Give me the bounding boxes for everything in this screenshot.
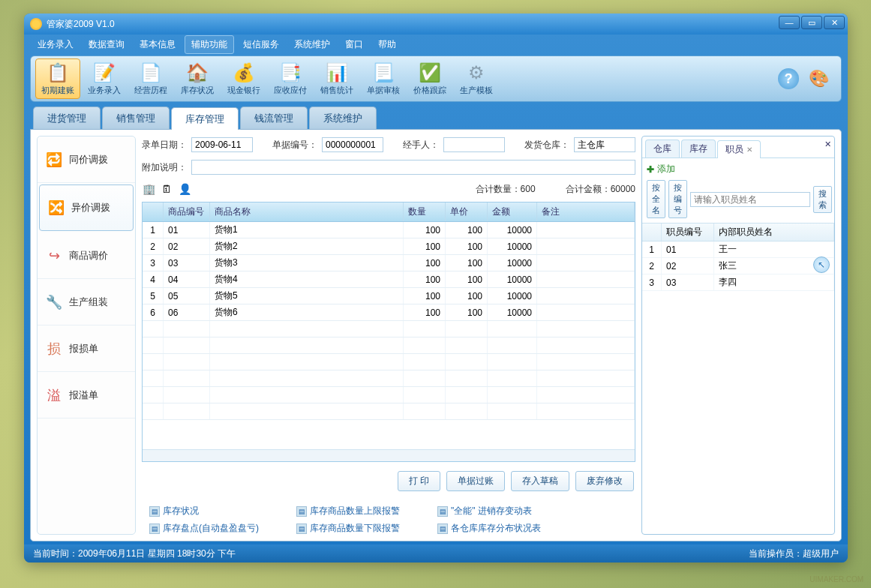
toolbar-价格跟踪[interactable]: ✅价格跟踪	[407, 58, 452, 99]
col-name[interactable]: 商品名称	[210, 202, 404, 221]
search-button[interactable]: 搜索	[813, 186, 832, 213]
employee-search-input[interactable]	[690, 192, 810, 207]
quick-link-0-1[interactable]: ▤库存盘点(自动盘盈盘亏)	[149, 522, 259, 535]
rp-col-idx[interactable]	[642, 224, 662, 241]
col-qty[interactable]: 数量	[404, 202, 446, 221]
table-row[interactable]: 404货物410010010000	[143, 272, 635, 288]
table-row[interactable]: 505货物510010010000	[143, 288, 635, 304]
quick-link-1-0[interactable]: ▤库存商品数量上限报警	[296, 505, 400, 518]
side-icon-2: ↪	[45, 247, 63, 265]
toolbar-经营历程[interactable]: 📄经营历程	[128, 58, 173, 99]
minimize-button[interactable]: —	[779, 16, 800, 29]
action-btn-3[interactable]: 废弃修改	[575, 471, 634, 491]
side-nav-1[interactable]: 🔀异价调拨	[39, 184, 134, 231]
building-icon[interactable]: 🏢	[142, 182, 155, 196]
warehouse-label: 发货仓库：	[524, 139, 569, 152]
side-nav-0[interactable]: 🔁同价调拨	[38, 136, 135, 183]
menu-item-1[interactable]: 数据查询	[83, 36, 131, 53]
totals: 合计数量：600 合计金额：60000	[476, 183, 635, 196]
table-row-empty[interactable]	[143, 354, 635, 370]
right-grid-body[interactable]: 101王一202张三303李四	[642, 242, 834, 534]
action-btn-2[interactable]: 存入草稿	[511, 471, 569, 491]
rp-col-name[interactable]: 内部职员姓名	[714, 224, 834, 241]
main-tab-2[interactable]: 库存管理	[171, 107, 239, 130]
rp-col-code[interactable]: 职员编号	[662, 224, 714, 241]
employee-row[interactable]: 202张三	[642, 258, 834, 274]
rp-tab-0[interactable]: 仓库	[645, 140, 680, 158]
col-amt[interactable]: 金额	[488, 202, 537, 221]
tab-close-icon[interactable]: ✕	[746, 146, 752, 154]
col-remark[interactable]: 备注	[537, 202, 635, 221]
toolbar-库存状况[interactable]: 🏠库存状况	[175, 58, 220, 99]
rp-tab-1[interactable]: 库存	[681, 140, 716, 158]
theme-icon[interactable]: 🎨	[806, 68, 830, 89]
table-row-empty[interactable]	[143, 321, 635, 338]
calculator-icon[interactable]: 🗓	[160, 182, 173, 196]
person-icon[interactable]: 👤	[178, 182, 191, 196]
employee-row[interactable]: 101王一	[642, 242, 834, 258]
table-row-empty[interactable]	[143, 404, 635, 420]
menu-item-0[interactable]: 业务录入	[32, 36, 80, 53]
warehouse-input[interactable]	[574, 137, 635, 152]
side-nav-2[interactable]: ↪商品调价	[38, 232, 135, 279]
app-window: 管家婆2009 V1.0 — ▭ ✕ 业务录入数据查询基本信息辅助功能短信服务系…	[24, 14, 848, 562]
action-btn-1[interactable]: 单据过账	[446, 471, 505, 491]
toolbar-初期建账[interactable]: 📋初期建账	[35, 58, 80, 99]
col-idx[interactable]	[143, 202, 164, 221]
handler-input[interactable]	[443, 137, 505, 152]
toolbar-单据审核[interactable]: 📃单据审核	[361, 58, 406, 99]
date-input[interactable]	[191, 137, 253, 152]
table-row[interactable]: 303货物310010010000	[143, 255, 635, 272]
billno-input[interactable]	[322, 137, 383, 152]
filter-code-button[interactable]: 按编号	[668, 180, 687, 218]
mini-toolbar: 🏢 🗓 👤 合计数量：600 合计金额：60000	[142, 181, 635, 197]
toolbar-生产模板[interactable]: ⚙生产模板	[454, 58, 499, 99]
filter-fullname-button[interactable]: 按全名	[647, 180, 665, 218]
menu-item-4[interactable]: 短信服务	[237, 36, 285, 53]
total-amt-value: 60000	[611, 184, 635, 194]
maximize-button[interactable]: ▭	[801, 16, 822, 29]
table-row[interactable]: 606货物610010010000	[143, 304, 635, 321]
quick-link-2-0[interactable]: ▤"全能" 进销存变动表	[437, 505, 541, 518]
panel-close-icon[interactable]: ✕	[824, 140, 831, 149]
table-row[interactable]: 101货物110010010000	[143, 222, 635, 238]
add-button[interactable]: ✚添加	[647, 163, 675, 176]
col-code[interactable]: 商品编号	[164, 202, 210, 221]
rp-tab-2[interactable]: 职员✕	[717, 140, 761, 158]
main-tab-0[interactable]: 进货管理	[33, 106, 101, 129]
table-row-empty[interactable]	[143, 387, 635, 404]
close-button[interactable]: ✕	[824, 16, 845, 29]
quick-link-2-1[interactable]: ▤各仓库库存分布状况表	[437, 522, 541, 535]
table-row[interactable]: 202货物210010010000	[143, 238, 635, 255]
menu-item-6[interactable]: 窗口	[339, 36, 369, 53]
main-tab-4[interactable]: 系统维护	[309, 106, 377, 129]
menu-item-5[interactable]: 系统维护	[288, 36, 336, 53]
menu-item-7[interactable]: 帮助	[372, 36, 402, 53]
side-nav-5[interactable]: 溢报溢单	[38, 372, 135, 418]
action-btn-0[interactable]: 打 印	[398, 471, 440, 491]
side-nav-4[interactable]: 损报损单	[38, 326, 135, 372]
menu-item-3[interactable]: 辅助功能	[185, 35, 234, 54]
toolbar-现金银行[interactable]: 💰现金银行	[221, 58, 266, 99]
grid-body[interactable]: 101货物110010010000202货物210010010000303货物3…	[143, 222, 635, 449]
side-icon-5: 溢	[45, 386, 63, 404]
horizontal-scrollbar[interactable]	[143, 449, 635, 461]
expand-arrow-icon[interactable]: ↖	[813, 256, 830, 273]
employee-row[interactable]: 303李四	[642, 274, 834, 291]
table-row-empty[interactable]	[143, 338, 635, 354]
quick-link-1-1[interactable]: ▤库存商品数量下限报警	[296, 522, 400, 535]
titlebar[interactable]: 管家婆2009 V1.0 — ▭ ✕	[24, 14, 848, 34]
toolbar-销售统计[interactable]: 📊销售统计	[314, 58, 359, 99]
handler-label: 经手人：	[403, 139, 439, 152]
toolbar-应收应付[interactable]: 📑应收应付	[268, 58, 313, 99]
table-row-empty[interactable]	[143, 370, 635, 387]
main-tab-1[interactable]: 销售管理	[102, 106, 170, 129]
quick-link-0-0[interactable]: ▤库存状况	[149, 505, 259, 518]
toolbar-业务录入[interactable]: 📝业务录入	[82, 58, 127, 99]
extra-input[interactable]	[191, 160, 635, 175]
side-nav-3[interactable]: 🔧生产组装	[38, 279, 135, 326]
help-icon[interactable]: ?	[778, 68, 799, 89]
col-price[interactable]: 单价	[446, 202, 488, 221]
main-tab-3[interactable]: 钱流管理	[240, 106, 308, 129]
menu-item-2[interactable]: 基本信息	[134, 36, 182, 53]
